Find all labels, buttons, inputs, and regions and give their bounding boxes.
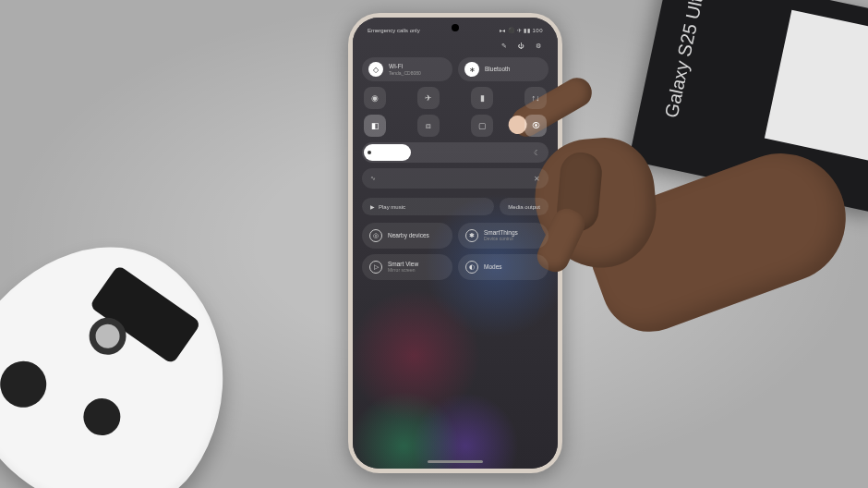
brightness-knob — [368, 151, 371, 154]
status-right-icons: ▸◂ ⚫ ✈ ▮▮ 100 — [500, 27, 543, 33]
smartview-sub: Mirror screen — [388, 268, 418, 274]
smartview-icon: ▷ — [369, 261, 382, 274]
wifi-tile[interactable]: ◇ Wi-Fi Tenda_CD8080 — [362, 57, 452, 81]
smartthings-sub: Device control — [484, 237, 518, 242]
play-music-button[interactable]: ▶ Play music — [362, 198, 494, 215]
modes-icon: ◐ — [465, 261, 478, 274]
bluetooth-tile[interactable]: ∗ Bluetooth — [458, 57, 549, 81]
power-icon[interactable]: ⏻ — [518, 43, 524, 50]
smartview-tile[interactable]: ▷ Smart View Mirror screen — [362, 254, 452, 280]
phone-screen[interactable]: Emergency calls only ▸◂ ⚫ ✈ ▮▮ 100 ✎ ⏻ ⚙… — [353, 18, 558, 469]
bluetooth-icon: ∗ — [464, 62, 479, 77]
edit-icon[interactable]: ✎ — [501, 43, 507, 50]
volume-slider[interactable]: ∿ ✕ — [362, 168, 549, 189]
phone-device: Emergency calls only ▸◂ ⚫ ✈ ▮▮ 100 ✎ ⏻ ⚙… — [348, 13, 562, 473]
airplane-toggle[interactable]: ✈ — [417, 87, 440, 109]
moon-icon[interactable]: ☾ — [534, 149, 540, 157]
box-title: Galaxy S25 Ultra — [661, 0, 711, 120]
modes-tile[interactable]: ◐ Modes — [458, 254, 549, 280]
smartthings-icon: ✱ — [465, 229, 478, 242]
front-camera — [452, 24, 459, 31]
data-toggle[interactable]: ↑↓ — [524, 87, 547, 109]
play-icon: ▶ — [370, 203, 375, 210]
wifi-label: Wi-Fi — [389, 63, 421, 70]
mute-icon[interactable]: ✕ — [534, 175, 540, 183]
gear-icon[interactable]: ⚙ — [536, 43, 541, 50]
play-label: Play music — [379, 204, 405, 210]
smartthings-tile[interactable]: ✱ SmartThings Device control — [458, 223, 549, 249]
scan-toggle[interactable]: ⧈ — [417, 115, 440, 137]
barcode-label — [771, 17, 868, 155]
wifi-icon: ◇ — [368, 62, 383, 77]
home-indicator[interactable] — [428, 460, 483, 463]
flashlight-toggle[interactable]: ▮ — [471, 87, 493, 109]
nearby-icon: ◎ — [369, 229, 382, 242]
bluetooth-label: Bluetooth — [485, 66, 510, 73]
rotation-lock-toggle[interactable]: ◉ — [364, 87, 386, 109]
media-output-label: Media output — [508, 204, 540, 210]
status-left: Emergency calls only — [368, 28, 420, 33]
modes-label: Modes — [484, 263, 502, 270]
cast-toggle[interactable]: ◧ — [364, 115, 386, 137]
vibrate-icon: ∿ — [370, 175, 376, 182]
brightness-slider[interactable]: ☾ — [362, 142, 549, 163]
location-toggle[interactable]: ⦿ — [524, 115, 547, 137]
nearby-label: Nearby devices — [388, 232, 429, 238]
nearby-devices-tile[interactable]: ◎ Nearby devices — [362, 223, 452, 249]
battery-toggle[interactable]: ▢ — [471, 115, 493, 137]
wifi-network: Tenda_CD8080 — [389, 70, 421, 76]
media-output-button[interactable]: Media output — [500, 198, 549, 215]
